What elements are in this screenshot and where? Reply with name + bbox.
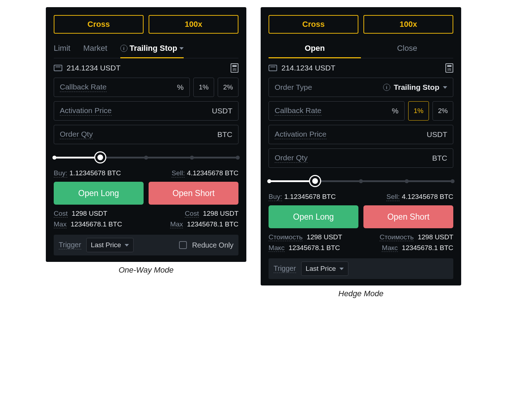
- calculator-icon[interactable]: [445, 63, 453, 73]
- buy-label: Buy:: [54, 169, 67, 177]
- leverage-button[interactable]: 100x: [363, 15, 453, 34]
- cost-long: 1298 USDT: [72, 210, 107, 217]
- slider-thumb[interactable]: [310, 176, 320, 186]
- reduce-only-checkbox[interactable]: [179, 241, 187, 249]
- margin-mode-button[interactable]: Cross: [269, 15, 358, 34]
- open-short-button[interactable]: Open Short: [149, 182, 238, 205]
- callback-rate-input[interactable]: Callback Rate %: [54, 78, 190, 97]
- callback-preset-1pct[interactable]: 1%: [193, 78, 214, 97]
- size-slider[interactable]: [269, 176, 453, 186]
- cost-short: 1298 USDT: [203, 210, 238, 217]
- caption-oneway: One-Way Mode: [119, 265, 174, 275]
- buy-value: 1.12345678 BTC: [69, 169, 121, 177]
- trigger-value: Last Price: [91, 241, 121, 249]
- field-label: Callback Rate: [60, 83, 107, 92]
- max-label: Макс: [382, 244, 398, 252]
- chevron-down-icon: [125, 244, 129, 246]
- chevron-down-icon: [443, 86, 447, 89]
- tab-trailing-stop[interactable]: i Trailing Stop: [120, 40, 184, 58]
- order-panel-hedge: Cross 100x Open Close 214.1234 USDT Orde…: [261, 7, 461, 285]
- field-unit: USDT: [427, 130, 447, 139]
- sell-value: 4.12345678 BTC: [187, 169, 238, 177]
- callback-preset-2pct[interactable]: 2%: [218, 78, 238, 97]
- trigger-label: Trigger: [274, 264, 296, 273]
- leverage-button[interactable]: 100x: [149, 15, 238, 34]
- tab-label: Trailing Stop: [130, 44, 177, 53]
- cost-label: Стоимость: [380, 233, 414, 241]
- cost-label: Cost: [185, 210, 199, 218]
- activation-price-input[interactable]: Activation Price USDT: [269, 125, 453, 144]
- callback-rate-input[interactable]: Callback Rate %: [269, 101, 405, 121]
- tab-close[interactable]: Close: [361, 40, 453, 58]
- margin-mode-button[interactable]: Cross: [54, 15, 144, 34]
- field-unit: %: [392, 107, 399, 115]
- sell-label: Sell:: [172, 169, 185, 177]
- available-balance: 214.1234 USDT: [67, 64, 121, 72]
- calculator-icon[interactable]: [231, 63, 238, 73]
- callback-preset-1pct[interactable]: 1%: [408, 101, 429, 121]
- field-unit: USDT: [212, 107, 232, 115]
- caption-hedge: Hedge Mode: [338, 289, 383, 298]
- max-long: 12345678.1 BTC: [71, 220, 122, 228]
- trigger-select[interactable]: Last Price: [86, 238, 134, 252]
- buy-value: 1.12345678 BTC: [284, 193, 336, 201]
- trigger-value: Last Price: [306, 265, 336, 273]
- chevron-down-icon[interactable]: [179, 47, 184, 50]
- max-long: 12345678.1 BTC: [289, 244, 340, 251]
- order-qty-input[interactable]: Order Qty BTC: [54, 125, 238, 144]
- available-balance: 214.1234 USDT: [281, 64, 335, 72]
- field-unit: BTC: [217, 130, 232, 139]
- buy-label: Buy:: [269, 193, 282, 201]
- cost-long: 1298 USDT: [306, 233, 342, 241]
- order-type-select[interactable]: Order Type i Trailing Stop: [269, 78, 453, 97]
- field-label: Order Type: [275, 83, 312, 92]
- size-slider[interactable]: [54, 152, 238, 163]
- field-label: Callback Rate: [275, 106, 322, 116]
- field-unit: BTC: [432, 154, 447, 162]
- max-short: 12345678.1 BTC: [187, 220, 238, 228]
- cost-short: 1298 USDT: [418, 233, 453, 241]
- field-label: Activation Price: [275, 130, 327, 139]
- sell-value: 4.12345678 BTC: [402, 193, 453, 201]
- field-label: Order Qty: [275, 153, 308, 163]
- max-label: Макс: [269, 244, 285, 252]
- open-long-button[interactable]: Open Long: [54, 182, 144, 205]
- order-type-value: Trailing Stop: [394, 83, 439, 92]
- field-unit: %: [177, 83, 184, 92]
- cost-label: Cost: [54, 210, 68, 218]
- trigger-label: Trigger: [59, 241, 81, 249]
- position-tabs: Open Close: [269, 40, 453, 58]
- wallet-icon: [54, 65, 62, 71]
- activation-price-input[interactable]: Activation Price USDT: [54, 101, 238, 121]
- tab-open[interactable]: Open: [269, 40, 361, 58]
- order-qty-input[interactable]: Order Qty BTC: [269, 148, 453, 168]
- slider-thumb[interactable]: [95, 152, 105, 162]
- callback-preset-2pct[interactable]: 2%: [433, 101, 453, 121]
- field-label: Activation Price: [60, 106, 112, 116]
- info-icon[interactable]: i: [120, 45, 127, 52]
- chevron-down-icon: [339, 268, 344, 270]
- open-long-button[interactable]: Open Long: [269, 205, 358, 228]
- tab-market[interactable]: Market: [83, 40, 107, 58]
- max-label: Max: [54, 220, 67, 228]
- open-short-button[interactable]: Open Short: [363, 205, 453, 228]
- max-short: 12345678.1 BTC: [402, 244, 453, 251]
- order-panel-oneway: Cross 100x Limit Market i Trailing Stop …: [46, 7, 246, 262]
- tab-limit[interactable]: Limit: [54, 40, 70, 58]
- wallet-icon: [269, 65, 277, 71]
- cost-label: Стоимость: [269, 233, 303, 241]
- reduce-only-label: Reduce Only: [192, 241, 233, 249]
- trigger-select[interactable]: Last Price: [301, 262, 348, 276]
- field-label: Order Qty: [60, 130, 93, 139]
- order-type-tabs: Limit Market i Trailing Stop: [54, 40, 238, 58]
- max-label: Max: [170, 220, 183, 228]
- info-icon[interactable]: i: [383, 84, 390, 91]
- sell-label: Sell:: [386, 193, 400, 201]
